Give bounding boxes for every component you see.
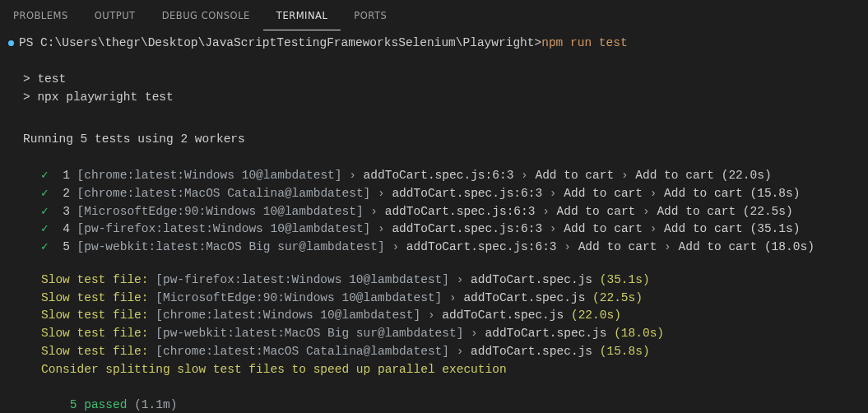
test-file: addToCart.spec.js:6:3 (392, 222, 542, 235)
terminal-output[interactable]: PS C:\Users\thegr\Desktop\JavaScriptTest… (0, 31, 868, 413)
slow-file: addToCart.spec.js (463, 291, 585, 304)
separator-icon: › (428, 309, 435, 322)
tab-terminal[interactable]: TERMINAL (263, 5, 341, 30)
separator-icon: › (449, 291, 457, 304)
tab-output[interactable]: OUTPUT (81, 5, 149, 30)
test-index: 1 (63, 169, 70, 182)
test-result-line: ✓ 4 [pw-firefox:latest:Windows 10@lambda… (8, 220, 860, 239)
separator-icon: › (643, 205, 650, 218)
slow-duration: (22.0s) (571, 309, 621, 322)
running-summary: Running 5 tests using 2 workers (8, 131, 860, 149)
test-duration: (18.0s) (764, 240, 815, 253)
separator-icon: › (550, 187, 557, 200)
slow-project: [chrome:latest:MacOS Catalina@lambdatest… (155, 345, 449, 358)
total-time: (1.1m) (127, 398, 177, 411)
test-result-line: ✓ 1 [chrome:latest:Windows 10@lambdatest… (8, 167, 860, 185)
test-suite: Add to cart (564, 187, 643, 200)
slow-file: addToCart.spec.js (471, 345, 592, 358)
separator-icon: › (542, 205, 550, 218)
check-icon: ✓ (41, 187, 49, 200)
test-result-line: ✓ 3 [MicrosoftEdge:90:Windows 10@lambdat… (8, 203, 860, 221)
test-duration: (15.8s) (750, 187, 801, 200)
tab-problems[interactable]: PROBLEMS (0, 5, 81, 30)
result-line: 5 passed (1.1m) (8, 378, 860, 413)
tab-ports[interactable]: PORTS (341, 5, 400, 30)
test-file: addToCart.spec.js:6:3 (364, 169, 514, 182)
test-project: [pw-firefox:latest:Windows 10@lambdatest… (77, 222, 371, 235)
test-suite: Add to cart (564, 222, 643, 235)
slow-test-line: Slow test file: [chrome:latest:MacOS Cat… (8, 343, 860, 361)
test-file: addToCart.spec.js:6:3 (406, 240, 557, 253)
slow-file: addToCart.spec.js (442, 309, 564, 322)
tab-debug-console[interactable]: DEBUG CONSOLE (149, 5, 263, 30)
test-file: addToCart.spec.js:6:3 (385, 205, 536, 218)
blank-line (8, 257, 860, 271)
blank-line (8, 106, 860, 124)
check-icon: ✓ (41, 222, 49, 235)
slow-duration: (35.1s) (600, 273, 650, 286)
separator-icon: › (457, 345, 464, 358)
blank-line (8, 53, 860, 71)
consider-message: Consider splitting slow test files to sp… (8, 361, 860, 379)
separator-icon: › (471, 327, 478, 340)
slow-project: [chrome:latest:Windows 10@lambdatest] (155, 309, 420, 322)
test-duration: (22.5s) (743, 205, 793, 218)
active-session-icon (8, 40, 14, 46)
test-title: Add to cart (664, 222, 743, 235)
separator-icon: › (621, 169, 629, 182)
separator-icon: › (650, 187, 657, 200)
test-project: [pw-webkit:latest:MacOS Big sur@lambdate… (77, 240, 385, 253)
slow-file: addToCart.spec.js (471, 273, 592, 286)
blank-line (8, 149, 860, 167)
slow-label: Slow test file: (41, 327, 149, 340)
npm-script-line: > npx playwright test (8, 89, 860, 107)
slow-file: addToCart.spec.js (485, 327, 607, 340)
slow-duration: (22.5s) (592, 291, 643, 304)
prompt-line-1: PS C:\Users\thegr\Desktop\JavaScriptTest… (8, 35, 860, 53)
command-text: npm run test (541, 35, 627, 53)
slow-test-line: Slow test file: [chrome:latest:Windows 1… (8, 307, 860, 325)
test-suite: Add to cart (535, 169, 614, 182)
separator-icon: › (370, 205, 378, 218)
test-title: Add to cart (664, 187, 743, 200)
slow-duration: (15.8s) (600, 345, 650, 358)
test-result-line: ✓ 5 [pw-webkit:latest:MacOS Big sur@lamb… (8, 239, 860, 257)
test-title: Add to cart (635, 169, 714, 182)
prompt-text: PS C:\Users\thegr\Desktop\JavaScriptTest… (19, 35, 541, 53)
test-duration: (35.1s) (750, 222, 801, 235)
separator-icon: › (457, 273, 464, 286)
check-icon: ✓ (41, 169, 49, 182)
test-project: [MicrosoftEdge:90:Windows 10@lambdatest] (77, 205, 364, 218)
blank-line (8, 124, 860, 131)
separator-icon: › (664, 240, 671, 253)
slow-project: [pw-webkit:latest:MacOS Big sur@lambdate… (155, 327, 463, 340)
panel-tabs: PROBLEMS OUTPUT DEBUG CONSOLE TERMINAL P… (0, 0, 868, 31)
slow-label: Slow test file: (41, 273, 149, 286)
slow-label: Slow test file: (41, 345, 149, 358)
test-suite: Add to cart (557, 205, 636, 218)
separator-icon: › (550, 222, 557, 235)
test-title: Add to cart (679, 240, 758, 253)
separator-icon: › (564, 240, 571, 253)
slow-label: Slow test file: (41, 291, 149, 304)
check-icon: ✓ (41, 240, 49, 253)
test-file: addToCart.spec.js:6:3 (392, 187, 542, 200)
slow-test-line: Slow test file: [MicrosoftEdge:90:Window… (8, 290, 860, 308)
slow-project: [pw-firefox:latest:Windows 10@lambdatest… (155, 273, 449, 286)
slow-duration: (18.0s) (614, 327, 664, 340)
test-project: [chrome:latest:Windows 10@lambdatest] (77, 169, 342, 182)
slow-project: [MicrosoftEdge:90:Windows 10@lambdatest] (155, 291, 442, 304)
separator-icon: › (378, 187, 385, 200)
test-suite: Add to cart (578, 240, 657, 253)
slow-label: Slow test file: (41, 309, 149, 322)
npm-script-line: > test (8, 71, 860, 89)
separator-icon: › (650, 222, 657, 235)
separator-icon: › (378, 222, 385, 235)
slow-test-line: Slow test file: [pw-webkit:latest:MacOS … (8, 325, 860, 343)
test-index: 5 (63, 240, 70, 253)
test-index: 3 (63, 205, 70, 218)
test-duration: (22.0s) (722, 169, 772, 182)
test-result-line: ✓ 2 [chrome:latest:MacOS Catalina@lambda… (8, 185, 860, 203)
separator-icon: › (392, 240, 399, 253)
check-icon: ✓ (41, 205, 49, 218)
